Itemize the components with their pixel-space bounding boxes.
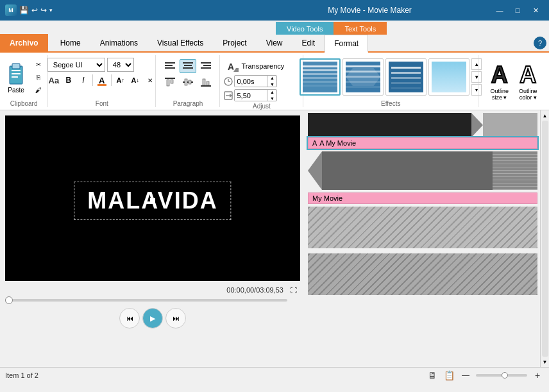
panel-item-3[interactable] bbox=[308, 207, 537, 248]
eff1-line5 bbox=[303, 81, 337, 83]
outline-color-button[interactable]: A Outlinecolor ▾ bbox=[516, 62, 541, 103]
status-text: Item 1 of 2 bbox=[5, 371, 426, 379]
clear-format-button[interactable]: ✕ bbox=[144, 74, 156, 87]
save-icon[interactable]: 💾 bbox=[19, 6, 29, 15]
panel-item-2[interactable]: My Movie bbox=[308, 151, 537, 204]
vertical-align-row bbox=[162, 75, 214, 89]
font-size-up-button[interactable]: A↑ bbox=[114, 74, 127, 87]
divider-2 bbox=[111, 74, 112, 86]
copy-button[interactable]: ⎘ bbox=[31, 71, 46, 83]
effect-button-2[interactable] bbox=[342, 58, 384, 96]
svg-rect-15 bbox=[201, 67, 211, 69]
valign-bottom-icon bbox=[201, 78, 211, 87]
outline-color-a-icon: A bbox=[519, 64, 536, 87]
slider-track[interactable] bbox=[5, 299, 287, 302]
outline-color-label: Outlinecolor ▾ bbox=[519, 88, 537, 101]
rewind-button[interactable]: ⏮ bbox=[119, 308, 140, 328]
duration-input[interactable]: 5,50 bbox=[235, 90, 267, 101]
redo-icon[interactable]: ↪ bbox=[40, 6, 47, 15]
panel-item-1[interactable]: A A My Movie bbox=[308, 113, 537, 149]
tab-archivo[interactable]: Archivo bbox=[0, 34, 48, 52]
start-time-input[interactable]: 0,00s bbox=[235, 76, 267, 87]
bold-button[interactable]: B bbox=[62, 74, 75, 87]
transparency-button[interactable]: A Transparency bbox=[224, 59, 287, 73]
paste-button[interactable]: Paste bbox=[2, 58, 30, 96]
svg-rect-11 bbox=[183, 67, 193, 69]
outline-size-button[interactable]: A Outlinesize ▾ bbox=[487, 62, 512, 103]
svg-rect-1 bbox=[12, 64, 20, 69]
start-time-up[interactable]: ▲ bbox=[267, 75, 276, 81]
quick-access-toolbar: 💾 ↩ ↪ ▾ bbox=[19, 6, 53, 15]
zoom-slider[interactable] bbox=[476, 374, 527, 377]
help-button[interactable]: ? bbox=[534, 37, 546, 49]
eff1-line4 bbox=[303, 77, 337, 79]
effect-1-preview bbox=[303, 62, 337, 92]
svg-rect-18 bbox=[167, 80, 169, 86]
effect-button-3[interactable] bbox=[385, 58, 427, 96]
expand-button[interactable]: ⛶ bbox=[287, 285, 300, 295]
play-button[interactable]: ▶ bbox=[142, 308, 163, 328]
undo-icon[interactable]: ↩ bbox=[31, 6, 38, 15]
text-tools-tab[interactable]: Text Tools bbox=[334, 22, 387, 35]
panel-item-4[interactable] bbox=[308, 253, 537, 295]
forward-button[interactable]: ⏭ bbox=[165, 308, 186, 328]
duration-icon bbox=[224, 91, 233, 100]
effect-button-4[interactable] bbox=[428, 58, 469, 96]
tab-edit[interactable]: Edit bbox=[292, 34, 325, 52]
effect-button-1[interactable] bbox=[300, 58, 341, 96]
close-button[interactable]: ✕ bbox=[527, 4, 544, 17]
item2-track bbox=[308, 151, 537, 190]
valign-middle-button[interactable] bbox=[180, 75, 196, 89]
align-right-button[interactable] bbox=[198, 59, 214, 73]
cut-button[interactable]: ✂ bbox=[31, 58, 46, 70]
align-left-button[interactable] bbox=[162, 59, 178, 73]
video-tools-tab[interactable]: Video Tools bbox=[276, 22, 334, 35]
item2-right-track bbox=[493, 151, 537, 190]
status-icon-2[interactable]: 📋 bbox=[443, 370, 455, 380]
tab-format[interactable]: Format bbox=[325, 35, 368, 53]
duration-up[interactable]: ▲ bbox=[267, 89, 276, 96]
font-aa-button[interactable]: Aa bbox=[47, 74, 60, 87]
zoom-in-button[interactable]: + bbox=[531, 370, 544, 380]
zoom-thumb[interactable] bbox=[502, 372, 508, 379]
start-time-down[interactable]: ▼ bbox=[267, 81, 276, 88]
align-center-button[interactable] bbox=[180, 59, 196, 73]
effect-3-preview bbox=[389, 62, 423, 92]
svg-rect-2 bbox=[12, 70, 21, 71]
zoom-out-button[interactable]: — bbox=[459, 370, 472, 380]
minimize-button[interactable]: — bbox=[491, 4, 508, 17]
font-color-button[interactable]: A bbox=[96, 74, 108, 87]
maximize-button[interactable]: □ bbox=[509, 4, 526, 17]
valign-bottom-button[interactable] bbox=[198, 75, 214, 89]
font-size-select[interactable]: 48 bbox=[107, 58, 134, 72]
scroll-up-button[interactable]: ▲ bbox=[541, 112, 549, 119]
align-center-icon bbox=[183, 62, 193, 70]
slider-thumb[interactable] bbox=[5, 296, 13, 304]
paragraph-content bbox=[162, 55, 214, 99]
valign-top-button[interactable] bbox=[162, 75, 178, 89]
right-scrollbar: ▲ ▼ bbox=[540, 110, 549, 367]
svg-rect-3 bbox=[12, 73, 21, 74]
tab-home[interactable]: Home bbox=[51, 34, 90, 52]
format-painter-button[interactable]: 🖌 bbox=[31, 84, 46, 96]
panel-items-container: A A My Movie My Movie bbox=[305, 110, 540, 367]
window-title: My Movie - Movie Maker bbox=[248, 6, 491, 15]
paragraph-label: Paragraph bbox=[173, 100, 203, 107]
italic-button[interactable]: I bbox=[77, 74, 90, 87]
tab-view[interactable]: View bbox=[257, 34, 292, 52]
svg-rect-7 bbox=[165, 67, 175, 69]
svg-rect-4 bbox=[12, 76, 18, 78]
font-size-down-button[interactable]: A↓ bbox=[129, 74, 142, 87]
preview-text[interactable]: MALAVIDA bbox=[74, 182, 231, 220]
font-row-1: Segoe UI 48 bbox=[47, 58, 134, 72]
tab-animations[interactable]: Animations bbox=[90, 34, 148, 52]
tab-visual-effects[interactable]: Visual Effects bbox=[148, 34, 213, 52]
playback-controls: ⏮ ▶ ⏭ bbox=[5, 308, 300, 328]
duration-down[interactable]: ▼ bbox=[267, 96, 276, 102]
scroll-down-button[interactable]: ▼ bbox=[541, 358, 549, 366]
quick-access-menu-icon[interactable]: ▾ bbox=[49, 7, 53, 13]
font-family-select[interactable]: Segoe UI bbox=[47, 58, 105, 72]
tab-project[interactable]: Project bbox=[213, 34, 256, 52]
status-icon-1[interactable]: 🖥 bbox=[426, 370, 439, 380]
video-canvas: MALAVIDA bbox=[5, 115, 300, 281]
